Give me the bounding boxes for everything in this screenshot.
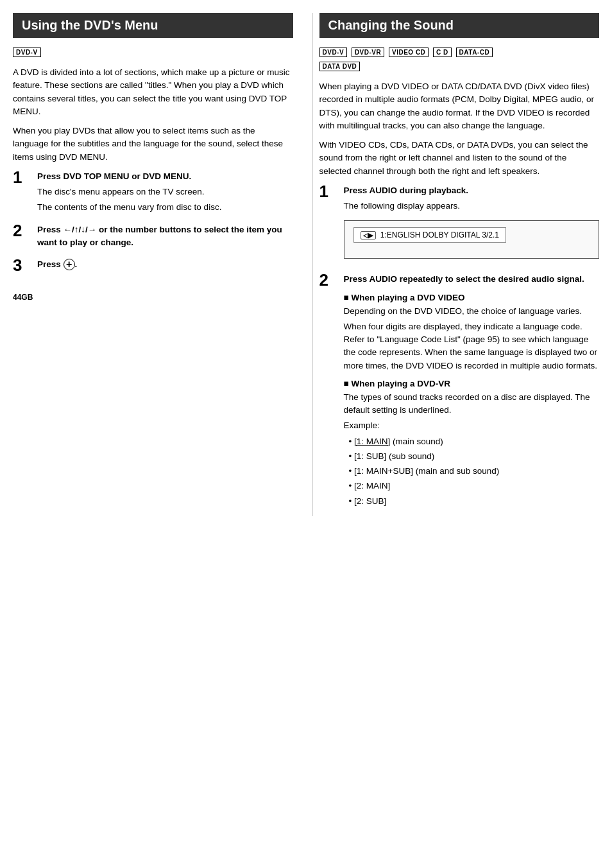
bullet-2: [1: SUB] (sub sound) (349, 450, 600, 463)
left-intro-2: When you play DVDs that allow you to sel… (13, 125, 293, 164)
badge-dvd-v: DVD-V (13, 48, 41, 57)
right-step-2-title: Press AUDIO repeatedly to select the des… (344, 273, 600, 286)
left-step-3-content: Press +. (37, 258, 293, 273)
subsection-dvd-vr-p1: The types of sound tracks recorded on a … (344, 391, 600, 417)
right-step-1-number: 1 (319, 183, 339, 200)
right-badges: DVD-V DVD-VR VIDEO CD C D DATA-CD DATA D… (319, 47, 600, 75)
right-step-1-title: Press AUDIO during playback. (344, 184, 600, 197)
left-step-3: 3 Press +. (13, 258, 293, 273)
right-intro-2: With VIDEO CDs, CDs, DATA CDs, or DATA D… (319, 139, 600, 178)
left-section: Using the DVD's Menu DVD-V A DVD is divi… (13, 13, 300, 516)
right-step-1: 1 Press AUDIO during playback. The follo… (319, 184, 600, 267)
right-step-1-content: Press AUDIO during playback. The followi… (344, 184, 600, 267)
circle-plus-icon: + (64, 259, 75, 270)
audio-display-text: 1:ENGLISH DOLBY DIGITAL 3/2.1 (380, 230, 499, 239)
badge-cd: C D (433, 48, 452, 57)
left-step-3-number: 3 (13, 257, 32, 273)
audio-display-inner: ◁▶ 1:ENGLISH DOLBY DIGITAL 3/2.1 (353, 227, 507, 243)
subsection-dvd-vr-p2: Example: (344, 419, 600, 432)
subsection-dvd-video-p1: Depending on the DVD VIDEO, the choice o… (344, 305, 600, 318)
right-section: Changing the Sound DVD-V DVD-VR VIDEO CD… (312, 13, 600, 516)
right-title: Changing the Sound (319, 13, 600, 38)
right-step-2: 2 Press AUDIO repeatedly to select the d… (319, 273, 600, 510)
left-step-3-title: Press +. (37, 258, 293, 271)
left-step-1-content: Press DVD TOP MENU or DVD MENU. The disc… (37, 170, 293, 217)
subsection-dvd-video-p2: When four digits are displayed, they ind… (344, 320, 600, 372)
dvd-vr-bullets: [1: MAIN] (main sound) [1: SUB] (sub sou… (349, 435, 600, 508)
subsection-dvd-vr-title: When playing a DVD-VR (344, 379, 600, 388)
bullet-3: [1: MAIN+SUB] (main and sub sound) (349, 465, 600, 478)
page-number: 44GB (13, 293, 293, 302)
left-step-2-number: 2 (13, 222, 32, 239)
left-step-1-title: Press DVD TOP MENU or DVD MENU. (37, 170, 293, 183)
right-step-1-detail: The following display appears. (344, 200, 600, 213)
bullet-4: [2: MAIN] (349, 480, 600, 492)
badge-dvd-v-right: DVD-V (319, 48, 348, 57)
bullet-5: [2: SUB] (349, 495, 600, 508)
right-intro-1: When playing a DVD VIDEO or DATA CD/DATA… (319, 80, 600, 132)
badge-data-dvd: DATA DVD (319, 62, 361, 71)
left-step-1-number: 1 (13, 169, 32, 186)
audio-display-box: ◁▶ 1:ENGLISH DOLBY DIGITAL 3/2.1 (344, 220, 600, 259)
badge-video-cd: VIDEO CD (389, 48, 429, 57)
audio-icon: ◁▶ (361, 231, 376, 239)
left-badges: DVD-V (13, 47, 293, 61)
left-title: Using the DVD's Menu (13, 13, 293, 38)
right-step-2-content: Press AUDIO repeatedly to select the des… (344, 273, 600, 510)
badge-dvd-vr: DVD-VR (352, 48, 384, 57)
left-step-1-detail-1: The contents of the menu vary from disc … (37, 201, 293, 214)
left-step-2-title: Press ←/↑/↓/→ or the number buttons to s… (37, 223, 293, 250)
right-step-2-number: 2 (319, 272, 339, 288)
left-step-2-content: Press ←/↑/↓/→ or the number buttons to s… (37, 223, 293, 252)
subsection-dvd-video-title: When playing a DVD VIDEO (344, 293, 600, 302)
badge-data-cd: DATA-CD (456, 48, 493, 57)
left-intro-1: A DVD is divided into a lot of sections,… (13, 66, 293, 118)
bullet-1: [1: MAIN] (main sound) (349, 435, 600, 448)
left-step-1-detail-0: The disc's menu appears on the TV screen… (37, 186, 293, 198)
left-step-2: 2 Press ←/↑/↓/→ or the number buttons to… (13, 223, 293, 252)
bullet-1-text: [1: MAIN] (354, 437, 390, 446)
left-step-1: 1 Press DVD TOP MENU or DVD MENU. The di… (13, 170, 293, 217)
